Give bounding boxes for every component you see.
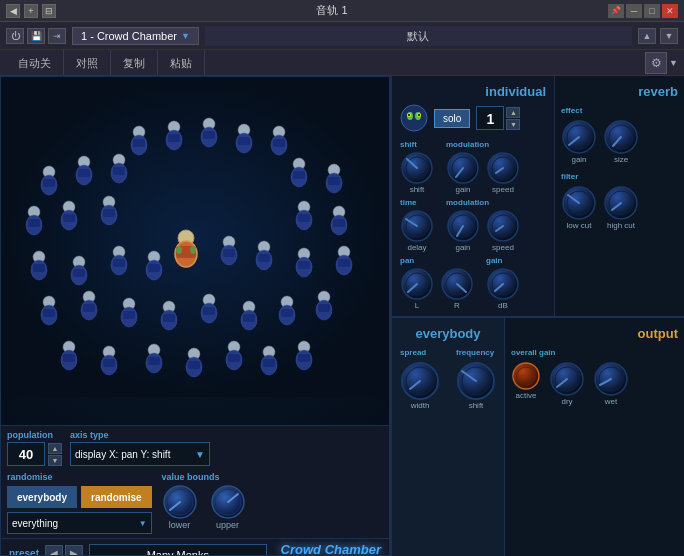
shift-knob-wrap: shift — [400, 151, 434, 194]
left-bottom-controls: population 40 ▲ ▼ axis type display X: p… — [1, 425, 389, 555]
active-knob-wrap: active — [511, 361, 541, 406]
freq-shift-knob[interactable] — [456, 361, 496, 401]
svg-rect-18 — [43, 179, 55, 187]
randomise-scope-dropdown[interactable]: everything ▼ — [7, 512, 152, 534]
reverb-gain-knob[interactable] — [561, 119, 597, 155]
lower-bound-knob[interactable] — [162, 484, 198, 520]
randomise-label: randomise — [7, 472, 152, 482]
population-value[interactable]: 40 — [7, 442, 45, 466]
route-icon[interactable]: ⇥ — [48, 28, 66, 44]
shift-speed-knob-wrap: speed — [486, 151, 520, 194]
nav-back-icon[interactable]: ◀ — [6, 4, 20, 18]
minimize-button[interactable]: ─ — [626, 4, 642, 18]
spread-section: spread width — [400, 348, 440, 410]
randomise-buttons: everybody randomise — [7, 486, 152, 508]
svg-rect-27 — [293, 171, 305, 179]
preset-name-display[interactable]: Many Monks — [89, 544, 267, 557]
shift-speed-knob[interactable] — [486, 151, 520, 185]
time-speed-knob[interactable] — [486, 209, 520, 243]
low-cut-knob[interactable] — [561, 185, 597, 221]
preset-prev-button[interactable]: ◀ — [45, 545, 63, 557]
individual-num-down[interactable]: ▼ — [506, 119, 520, 130]
time-gain-knob[interactable] — [446, 209, 480, 243]
shift-gain-knob[interactable] — [446, 151, 480, 185]
mixer-icon[interactable]: ⊟ — [42, 4, 56, 18]
add-track-icon[interactable]: + — [24, 4, 38, 18]
paste-button[interactable]: 粘贴 — [158, 50, 205, 75]
viz-area[interactable] — [1, 77, 389, 425]
dry-knob-wrap: dry — [549, 361, 585, 406]
monster-icon — [400, 104, 428, 132]
pan-l-knob-wrap: L — [400, 267, 434, 310]
svg-point-126 — [401, 105, 427, 131]
wet-knob[interactable] — [593, 361, 629, 397]
power-icon[interactable]: ⏻ — [6, 28, 24, 44]
axis-type-label: axis type — [70, 430, 210, 440]
unpin-button[interactable]: 📌 — [608, 4, 624, 18]
auto-off-button[interactable]: 自动关 — [6, 50, 64, 75]
time-modulation-group: modulation gain — [446, 198, 520, 252]
compare-button[interactable]: 对照 — [64, 50, 111, 75]
active-knob[interactable] — [511, 361, 541, 391]
close-button[interactable]: ✕ — [662, 4, 678, 18]
width-knob[interactable] — [400, 361, 440, 401]
reverb-size-knob[interactable] — [603, 119, 639, 155]
svg-rect-104 — [103, 359, 115, 367]
population-up-button[interactable]: ▲ — [48, 443, 62, 454]
gain-group: gain dB — [486, 256, 520, 310]
pan-l-knob[interactable] — [400, 267, 434, 301]
shift-gain-label: gain — [455, 185, 470, 194]
preset-next-button[interactable]: ▶ — [65, 545, 83, 557]
maximize-button[interactable]: □ — [644, 4, 660, 18]
title-bar-icons: ◀ + ⊟ — [6, 4, 56, 18]
population-down-button[interactable]: ▼ — [48, 455, 62, 466]
lower-bound-label: lower — [169, 520, 191, 530]
individual-number[interactable]: 1 — [476, 106, 504, 130]
randomise-section: randomise everybody randomise everything… — [7, 472, 152, 534]
high-cut-knob[interactable] — [603, 185, 639, 221]
settings-icon[interactable]: ⚙ — [645, 52, 667, 74]
track-name-display[interactable]: 1 - Crowd Chamber ▼ — [72, 27, 199, 45]
time-speed-label: speed — [492, 243, 514, 252]
individual-num-up[interactable]: ▲ — [506, 107, 520, 118]
track-arrow-up-icon[interactable]: ▲ — [638, 28, 656, 44]
pan-l-label: L — [415, 301, 419, 310]
upper-bound-knob[interactable] — [210, 484, 246, 520]
high-cut-label: high cut — [607, 221, 635, 230]
reverb-size-label: size — [614, 155, 628, 164]
pan-r-knob[interactable] — [440, 267, 474, 301]
shift-modulation-group: modulation gain — [446, 140, 520, 194]
svg-rect-48 — [33, 264, 45, 272]
axis-type-dropdown[interactable]: display X: pan Y: shift ▼ — [70, 442, 210, 466]
individual-number-control: 1 ▲ ▼ — [476, 106, 520, 130]
track-default-label: 默认 — [205, 26, 632, 46]
dry-knob[interactable] — [549, 361, 585, 397]
everybody-button[interactable]: everybody — [7, 486, 77, 508]
track-bar-icons: ⏻ 💾 ⇥ — [6, 28, 66, 44]
reverb-effect-knobs: gain size — [561, 119, 678, 164]
wet-label: wet — [605, 397, 617, 406]
shift-mod-knobs: gain speed — [446, 151, 520, 194]
gain-db-knob[interactable] — [486, 267, 520, 301]
reverb-filter-label: filter — [561, 172, 678, 181]
svg-rect-68 — [258, 254, 270, 262]
time-gain-label: gain — [455, 243, 470, 252]
width-label: width — [411, 401, 430, 410]
toolbar-right: ⚙ ▼ — [645, 50, 678, 75]
shift-row: shift shift — [400, 140, 546, 194]
gain-db-label: dB — [498, 301, 508, 310]
track-arrow-down-icon[interactable]: ▼ — [660, 28, 678, 44]
save-icon[interactable]: 💾 — [27, 28, 45, 44]
freq-shift-label: shift — [469, 401, 484, 410]
solo-button[interactable]: solo — [434, 109, 470, 128]
shift-knob[interactable] — [400, 151, 434, 185]
svg-point-132 — [418, 114, 420, 116]
time-label: time — [400, 198, 434, 207]
delay-knob[interactable] — [400, 209, 434, 243]
randomise-button[interactable]: randomise — [81, 486, 152, 508]
svg-rect-107 — [148, 357, 160, 365]
active-label: active — [516, 391, 537, 400]
svg-rect-83 — [123, 311, 135, 319]
copy-button[interactable]: 复制 — [111, 50, 158, 75]
everybody-title: everybody — [415, 326, 480, 341]
